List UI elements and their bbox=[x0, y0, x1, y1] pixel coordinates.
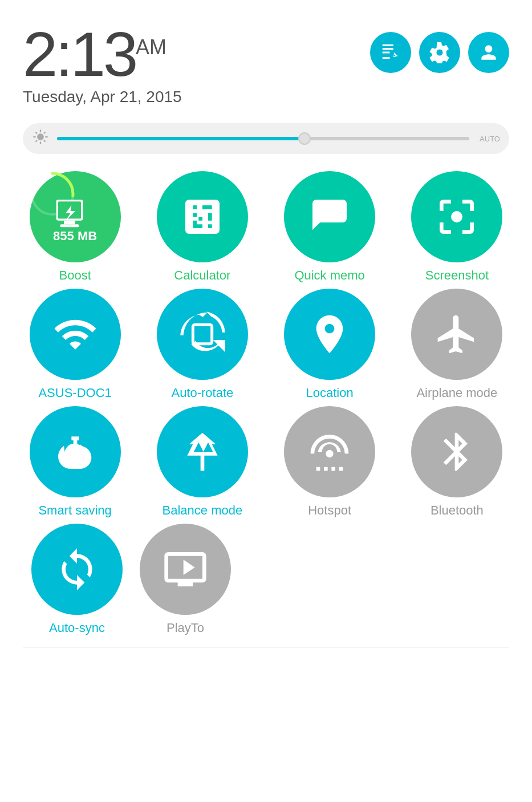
brightness-low-icon bbox=[32, 129, 49, 148]
calculator-icon bbox=[180, 194, 225, 240]
bluetooth-label: Bluetooth bbox=[431, 503, 484, 518]
grid-row-2: ASUS-DOC1 Auto-rotate Location bbox=[11, 289, 521, 400]
bottom-divider bbox=[23, 647, 509, 647]
wifi-item[interactable]: ASUS-DOC1 bbox=[21, 289, 129, 400]
smart-saving-item[interactable]: Smart saving bbox=[21, 406, 129, 518]
profile-button[interactable] bbox=[468, 32, 509, 73]
hotspot-icon bbox=[307, 429, 352, 475]
header: 2:13AM Tuesday, Apr 21, 2015 bbox=[0, 0, 532, 118]
calculator-label: Calculator bbox=[174, 268, 230, 283]
svg-rect-5 bbox=[64, 221, 75, 225]
grid-row-3: Smart saving Balance mode Hotspot bbox=[11, 406, 521, 518]
auto-rotate-item[interactable]: Auto-rotate bbox=[148, 289, 257, 400]
balance-label: Balance mode bbox=[163, 503, 243, 518]
boost-icon2 bbox=[52, 194, 98, 240]
hotspot-item[interactable]: Hotspot bbox=[275, 406, 384, 518]
time-display: 2:13AM bbox=[23, 23, 182, 86]
notes-button[interactable] bbox=[370, 32, 411, 73]
brightness-thumb bbox=[298, 132, 311, 145]
brightness-fill bbox=[57, 137, 304, 140]
playto-icon bbox=[163, 546, 208, 592]
airplane-label: Airplane mode bbox=[416, 386, 497, 400]
boost-item[interactable]: 855 MB Boost bbox=[21, 171, 129, 283]
hotspot-label: Hotspot bbox=[308, 503, 351, 518]
screenshot-label: Screenshot bbox=[425, 268, 489, 283]
header-icons bbox=[370, 32, 509, 73]
auto-sync-icon bbox=[54, 546, 100, 592]
quick-memo-item[interactable]: Quick memo bbox=[275, 171, 384, 283]
screenshot-icon bbox=[434, 194, 480, 240]
balance-icon bbox=[180, 429, 225, 475]
screenshot-item[interactable]: Screenshot bbox=[403, 171, 511, 283]
auto-rotate-label: Auto-rotate bbox=[171, 386, 233, 400]
date-display: Tuesday, Apr 21, 2015 bbox=[23, 88, 182, 106]
svg-rect-6 bbox=[60, 224, 79, 227]
brightness-bar[interactable]: AUTO bbox=[23, 123, 509, 154]
location-item[interactable]: Location bbox=[275, 289, 384, 400]
bluetooth-item[interactable]: Bluetooth bbox=[403, 406, 511, 518]
quick-memo-icon bbox=[307, 194, 352, 240]
svg-rect-8 bbox=[193, 325, 212, 343]
svg-point-7 bbox=[451, 211, 462, 222]
location-label: Location bbox=[306, 386, 354, 400]
svg-rect-0 bbox=[383, 57, 390, 59]
brightness-track[interactable] bbox=[57, 137, 469, 140]
smart-saving-icon bbox=[52, 429, 98, 475]
auto-sync-item[interactable]: Auto-sync bbox=[23, 524, 131, 635]
auto-brightness-label[interactable]: AUTO bbox=[477, 135, 500, 143]
balance-mode-item[interactable]: Balance mode bbox=[148, 406, 257, 518]
boost-label: Boost bbox=[59, 268, 91, 283]
location-icon bbox=[307, 311, 352, 357]
time-section: 2:13AM Tuesday, Apr 21, 2015 bbox=[23, 23, 182, 106]
airplane-icon bbox=[434, 311, 480, 357]
settings-icon bbox=[429, 42, 450, 63]
auto-sync-label: Auto-sync bbox=[49, 621, 105, 635]
playto-label: PlayTo bbox=[166, 621, 204, 635]
grid-row-1: 855 MB Boost Calculator Quick memo bbox=[11, 171, 521, 283]
profile-icon bbox=[478, 42, 499, 63]
calculator-item[interactable]: Calculator bbox=[148, 171, 257, 283]
time-value: 2:13 bbox=[23, 19, 136, 89]
playto-item[interactable]: PlayTo bbox=[131, 524, 239, 635]
wifi-icon bbox=[52, 311, 98, 357]
am-pm: AM bbox=[136, 35, 166, 59]
quick-memo-label: Quick memo bbox=[294, 268, 364, 283]
grid-row-4: Auto-sync PlayTo bbox=[11, 524, 521, 635]
auto-rotate-icon bbox=[180, 311, 225, 357]
app-grid: 855 MB Boost Calculator Quick memo bbox=[0, 171, 532, 635]
airplane-item[interactable]: Airplane mode bbox=[403, 289, 511, 400]
bluetooth-icon bbox=[434, 429, 480, 475]
settings-button[interactable] bbox=[419, 32, 460, 73]
wifi-label: ASUS-DOC1 bbox=[38, 386, 111, 400]
notes-icon bbox=[380, 42, 401, 63]
smart-saving-label: Smart saving bbox=[38, 503, 111, 518]
